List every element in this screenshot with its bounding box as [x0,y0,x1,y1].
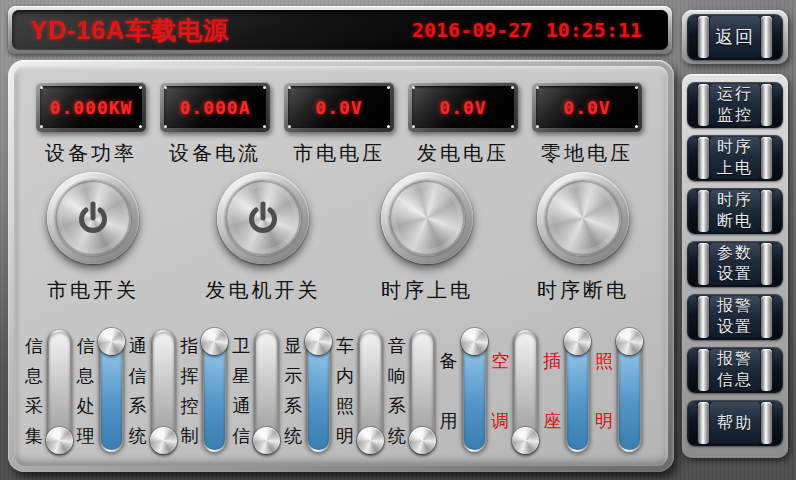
switch-unit-command-control: 指挥控制 [177,326,229,456]
switch-label: 通信系统 [128,331,148,451]
menu-button-label: 时序断电 [710,190,760,232]
seq-power-off-knob[interactable] [537,172,629,264]
toggle-knob [253,427,280,454]
side-menu: 运行监控 时序上电 时序断电 参数设置 报警设置 [682,74,788,458]
button-cap [773,16,781,58]
meter-value: 0.0V [563,97,610,118]
meter-screen: 0.0V [536,86,638,128]
button-cap [773,402,781,444]
toggle-lighting[interactable] [617,330,642,452]
meter-frame: 0.000A [160,82,270,132]
button-cap [773,243,781,285]
meter-frame: 0.0V [408,82,518,132]
app-title: YD-16A车载电源 [30,14,229,47]
toggle-knob [616,328,643,355]
toggle-display-system[interactable] [306,330,331,452]
knob-face [225,180,301,256]
generator-switch-knob[interactable] [217,172,309,264]
switch-unit-audio-system: 音响系统 [385,326,437,456]
switch-label: 车内照明 [335,331,355,451]
meter-device-current: 0.000A 设备电流 [160,82,270,167]
meter-value: 0.000A [179,97,250,118]
meter-label: 发电电压 [408,140,518,167]
meter-device-power: 0.000KW 设备功率 [36,82,146,167]
button-chrome-band [698,243,709,285]
toggle-satellite-comm[interactable] [254,330,279,452]
knob-unit-seq-power-on: 时序上电 [362,172,492,304]
meter-frame: 0.0V [284,82,394,132]
button-chrome-band [761,296,772,338]
menu-button-label: 时序上电 [710,137,760,179]
menu-button-param-settings[interactable]: 参数设置 [687,241,783,287]
switch-unit-socket: 插座 [540,326,592,456]
toggle-info-process[interactable] [99,330,124,452]
menu-button-seq-power-off[interactable]: 时序断电 [687,188,783,234]
button-cap [689,16,697,58]
toggle-vehicle-lighting[interactable] [358,330,383,452]
meter-label: 零地电压 [532,140,642,167]
back-button-plate: 返回 [682,10,788,64]
mains-switch-knob[interactable] [47,172,139,264]
menu-button-run-monitor[interactable]: 运行监控 [687,82,783,128]
switch-unit-satellite-comm: 卫星通信 [229,326,281,456]
switch-unit-info-collect: 信息采集 [22,326,74,456]
switch-label: 照明 [594,331,614,451]
toggle-knob [98,328,125,355]
hmi-screen: YD-16A车载电源 2016-09-27 10:25:11 0.000KW 设… [0,0,796,480]
knob-face [545,180,621,256]
knob-label: 时序上电 [362,277,492,304]
knob-label: 发电机开关 [198,277,328,304]
toggle-audio-system[interactable] [410,330,435,452]
meter-neutral-ground-voltage: 0.0V 零地电压 [532,82,642,167]
toggle-air-conditioner[interactable] [513,330,538,452]
toggle-info-collect[interactable] [47,330,72,452]
button-chrome-band [698,402,709,444]
switch-label: 空调 [490,331,510,451]
switch-label: 卫星通信 [231,331,251,451]
meter-label: 设备功率 [36,140,146,167]
button-cap [773,349,781,391]
meter-mains-voltage: 0.0V 市电电压 [284,82,394,167]
switch-unit-display-system: 显示系统 [281,326,333,456]
menu-button-help[interactable]: 帮助 [687,400,783,446]
toggle-comm-system[interactable] [151,330,176,452]
toggle-socket[interactable] [565,330,590,452]
knob-face [389,180,465,256]
meter-screen: 0.0V [288,86,390,128]
meter-label: 设备电流 [160,140,270,167]
button-cap [689,402,697,444]
button-cap [773,296,781,338]
toggle-knob [46,427,73,454]
button-cap [689,349,697,391]
toggle-knob [150,427,177,454]
menu-button-label: 报警信息 [710,349,760,391]
button-chrome-band [698,296,709,338]
menu-button-alarm-settings[interactable]: 报警设置 [687,294,783,340]
button-chrome-band [761,16,772,58]
toggle-knob [461,328,488,355]
menu-button-label: 帮助 [710,402,760,444]
button-chrome-band [698,349,709,391]
switch-label: 备用 [439,331,459,451]
title-bar-display: YD-16A车载电源 2016-09-27 10:25:11 [12,10,668,50]
knob-face [55,180,131,256]
toggle-command-control[interactable] [202,330,227,452]
meter-value: 0.0V [439,97,486,118]
main-panel-face: 0.000KW 设备功率 0.000A 设备电流 [14,66,668,466]
menu-button-seq-power-on[interactable]: 时序上电 [687,135,783,181]
button-cap [773,84,781,126]
knob-label: 市电开关 [28,277,158,304]
back-button[interactable]: 返回 [687,14,783,60]
button-chrome-band [698,137,709,179]
meter-screen: 0.000KW [40,86,142,128]
menu-button-alarm-info[interactable]: 报警信息 [687,347,783,393]
meter-generator-voltage: 0.0V 发电电压 [408,82,518,167]
button-cap [689,137,697,179]
meter-label: 市电电压 [284,140,394,167]
switch-label: 信息采集 [24,331,44,451]
seq-power-on-knob[interactable] [381,172,473,264]
meter-frame: 0.000KW [36,82,146,132]
toggle-knob [409,427,436,454]
toggle-spare[interactable] [462,330,487,452]
switch-label: 音响系统 [387,331,407,451]
